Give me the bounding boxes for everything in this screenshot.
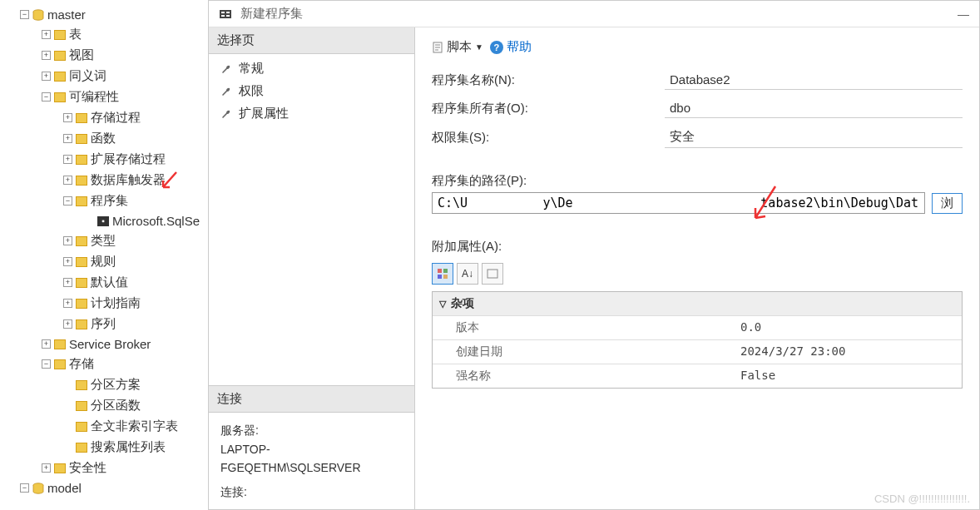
- collapse-icon[interactable]: −: [42, 92, 51, 102]
- connection-header: 连接: [209, 386, 414, 413]
- tree-node-rules[interactable]: +规则: [8, 251, 206, 272]
- expand-icon[interactable]: +: [42, 463, 51, 473]
- folder-icon: [54, 339, 66, 349]
- expand-icon[interactable]: +: [63, 155, 72, 164]
- prop-row-version[interactable]: 版本 0.0: [433, 315, 962, 339]
- expand-icon[interactable]: +: [42, 30, 51, 39]
- permission-set-label: 权限集(S):: [432, 130, 665, 146]
- folder-icon: [76, 443, 87, 453]
- connection-label: 连接:: [220, 483, 403, 501]
- tree-node-stored-procs[interactable]: +存储过程: [8, 107, 206, 128]
- collapse-icon[interactable]: −: [42, 359, 51, 369]
- folder-icon: [76, 380, 87, 390]
- tree-node-views[interactable]: +视图: [8, 45, 206, 66]
- folder-icon: [76, 422, 87, 432]
- tree-node-sequences[interactable]: +序列: [8, 314, 206, 334]
- browse-button[interactable]: 浏: [932, 193, 963, 214]
- tree-node-plan-guides[interactable]: +计划指南: [8, 293, 206, 314]
- select-page-header: 选择页: [209, 27, 414, 54]
- wrench-icon: [220, 63, 232, 75]
- tree-node-model[interactable]: − model: [8, 478, 206, 498]
- tree-node-functions[interactable]: +函数: [8, 128, 206, 149]
- expand-icon[interactable]: +: [63, 319, 72, 329]
- extra-props-label: 附加属性(A):: [432, 239, 665, 255]
- tree-node-ext-stored-procs[interactable]: +扩展存储过程: [8, 149, 206, 170]
- tree-node-storage[interactable]: −存储: [8, 354, 206, 374]
- database-icon: [32, 483, 44, 494]
- collapse-icon[interactable]: −: [20, 483, 29, 493]
- tree-node-tables[interactable]: +表: [8, 24, 206, 45]
- database-icon: [32, 9, 44, 21]
- folder-icon: [76, 319, 87, 329]
- tree-node-master[interactable]: − master: [8, 5, 206, 24]
- expand-icon[interactable]: +: [63, 176, 72, 185]
- tree-node-fulltext-catalogs[interactable]: 全文非索引字表: [8, 416, 206, 437]
- page-extended-props[interactable]: 扩展属性: [209, 102, 414, 125]
- prop-category-misc[interactable]: ▽ 杂项: [433, 292, 962, 315]
- prop-row-strong-name[interactable]: 强名称 False: [433, 364, 962, 388]
- folder-icon: [76, 236, 87, 246]
- permission-set-value[interactable]: 安全: [665, 126, 963, 148]
- folder-icon: [76, 134, 87, 144]
- svg-rect-4: [226, 12, 230, 13]
- tree-node-assembly-item[interactable]: ▪Microsoft.SqlSe: [8, 211, 206, 230]
- assembly-path-input[interactable]: [432, 192, 925, 214]
- folder-icon: [54, 51, 66, 61]
- tree-node-search-prop-lists[interactable]: 搜索属性列表: [8, 437, 206, 458]
- help-icon: ?: [490, 41, 503, 54]
- tree-node-programmability[interactable]: −可编程性: [8, 87, 206, 107]
- folder-icon: [76, 401, 87, 411]
- assembly-name-label: 程序集名称(N):: [432, 72, 665, 88]
- expand-icon[interactable]: +: [63, 134, 72, 143]
- new-assembly-dialog: 新建程序集 — 选择页 常规 权限: [208, 0, 980, 510]
- assembly-owner-label: 程序集所有者(O):: [432, 101, 665, 116]
- svg-rect-3: [221, 12, 225, 13]
- page-permissions[interactable]: 权限: [209, 80, 414, 102]
- tree-node-security[interactable]: +安全性: [8, 458, 206, 478]
- expand-icon[interactable]: +: [63, 299, 72, 308]
- tree-label: master: [47, 7, 86, 22]
- help-button[interactable]: ? 帮助: [490, 39, 532, 55]
- general-page-content: 脚本 ▼ ? 帮助 程序集名称(N): Database2 程序集所有者(O):…: [415, 27, 979, 509]
- svg-rect-10: [438, 275, 442, 279]
- folder-icon: [76, 278, 87, 288]
- dialog-titlebar[interactable]: 新建程序集 —: [209, 1, 979, 27]
- script-button[interactable]: 脚本 ▼: [432, 39, 483, 55]
- expand-icon[interactable]: +: [63, 113, 72, 122]
- page-general[interactable]: 常规: [209, 57, 414, 80]
- prop-row-create-date[interactable]: 创建日期 2024/3/27 23:00: [433, 339, 962, 364]
- server-value: LAPTOP-FGEQETHM\SQLSERVER: [220, 440, 403, 478]
- folder-icon: [54, 72, 66, 82]
- tree-node-synonyms[interactable]: +同义词: [8, 66, 206, 87]
- tree-node-defaults[interactable]: +默认值: [8, 272, 206, 293]
- script-icon: [432, 42, 443, 53]
- minimize-button[interactable]: —: [958, 7, 969, 21]
- assembly-path-label: 程序集的路径(P):: [432, 173, 665, 189]
- assembly-icon: ▪: [97, 216, 109, 226]
- chevron-down-icon: ▽: [439, 299, 446, 309]
- expand-icon[interactable]: +: [42, 339, 51, 349]
- expand-icon[interactable]: +: [63, 236, 72, 245]
- object-explorer-tree[interactable]: − master +表 +视图 +同义词 −可编程性 +存储过程 +函数 +扩展…: [0, 0, 206, 510]
- expand-icon[interactable]: +: [63, 278, 72, 287]
- tree-node-db-triggers[interactable]: +数据库触发器: [8, 170, 206, 191]
- expand-icon[interactable]: +: [63, 257, 72, 266]
- expand-icon[interactable]: +: [42, 51, 51, 60]
- property-pages-button[interactable]: [482, 263, 503, 285]
- tree-node-partition-schemes[interactable]: 分区方案: [8, 374, 206, 395]
- folder-icon: [76, 176, 87, 186]
- folder-icon: [54, 463, 66, 473]
- tree-node-service-broker[interactable]: +Service Broker: [8, 334, 206, 354]
- tree-node-types[interactable]: +类型: [8, 230, 206, 251]
- alphabetical-button[interactable]: A↓: [457, 263, 478, 285]
- collapse-icon[interactable]: −: [20, 10, 29, 19]
- assembly-owner-value[interactable]: dbo: [665, 98, 963, 118]
- tree-node-partition-functions[interactable]: 分区函数: [8, 395, 206, 416]
- expand-icon[interactable]: +: [42, 72, 51, 81]
- tree-node-assemblies[interactable]: −程序集: [8, 191, 206, 211]
- categorized-button[interactable]: [432, 263, 453, 285]
- folder-icon: [76, 113, 87, 123]
- collapse-icon[interactable]: −: [63, 196, 72, 205]
- property-grid[interactable]: ▽ 杂项 版本 0.0 创建日期 2024/3/27 23:00 强名称 Fal…: [432, 291, 963, 389]
- folder-icon: [54, 359, 66, 369]
